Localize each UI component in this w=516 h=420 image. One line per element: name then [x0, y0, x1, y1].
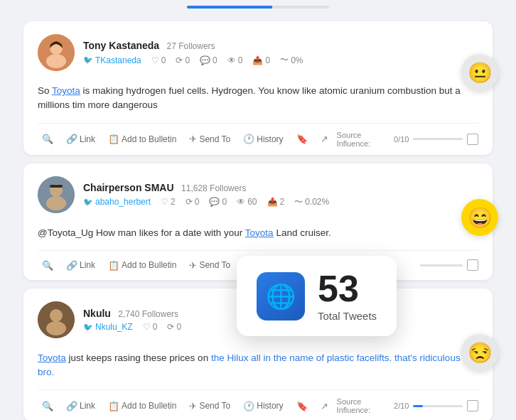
heart-icon-1: ♡ [151, 55, 159, 65]
svg-point-8 [50, 309, 63, 322]
heart-icon-2: ♡ [161, 197, 168, 207]
send-to-action-1[interactable]: ✈ Send To [185, 131, 235, 146]
link-icon-3: 🔗 [66, 401, 77, 411]
stats-row-3: ♡ 0 ⟳ 0 [143, 322, 181, 332]
eye-icon-1: 👁 [227, 55, 236, 65]
overlay-label: Total Tweets [318, 310, 377, 322]
influence-bar-fill-3 [413, 405, 423, 407]
keyword-toyota-1: Toyota [52, 85, 80, 96]
card-body-1: So Toyota is making hydrogen fuel cells.… [38, 78, 478, 123]
likes-stat-1: ♡ 0 [151, 55, 166, 65]
influence-stat-1: 〜 0% [280, 54, 303, 66]
retweet-stat-1: ⟳ 0 [176, 55, 190, 65]
user-name-1: Tony Kastaneda [83, 40, 159, 51]
twitter-icon-2: 🐦 [83, 198, 93, 207]
source-influence-2 [420, 259, 478, 271]
shares-stat-2: 📤 2 [267, 197, 285, 207]
comment-icon-2: 💬 [209, 197, 220, 207]
copy-icon-2[interactable] [467, 259, 478, 271]
sentiment-sad: 😒 [461, 334, 498, 371]
zoom-action-3[interactable]: 🔍 [38, 399, 58, 414]
user-name-3: Nkulu [83, 308, 111, 319]
link-icon-2: 🔗 [66, 260, 77, 271]
sentiment-happy: 😄 [461, 199, 498, 236]
followers-1: 27 Followers [167, 41, 215, 51]
svg-point-9 [46, 321, 66, 335]
top-progress-bar [187, 6, 329, 9]
more-action-3[interactable]: ↗ [316, 399, 333, 414]
followers-3: 2,740 Followers [118, 309, 178, 319]
handle-3: 🐦 Nkulu_KZ [83, 322, 133, 332]
comment-stat-1: 💬 0 [200, 55, 217, 65]
link-action-3[interactable]: 🔗 Link [62, 399, 100, 414]
retweet-icon-2: ⟳ [186, 197, 193, 207]
share-icon-1: 📤 [252, 55, 263, 65]
source-influence-1: Source Influence: 0/10 [337, 131, 478, 148]
add-to-bulletin-action-1[interactable]: 📋 Add to Bulletin [104, 131, 181, 146]
twitter-icon-3: 🐦 [83, 323, 93, 332]
history-icon-3: 🕐 [243, 401, 254, 411]
more-action-1[interactable]: ↗ [316, 131, 333, 146]
wave-icon-2: 〜 [294, 196, 303, 208]
handle-2: 🐦 abaho_herbert [83, 197, 151, 207]
influence-stat-2: 〜 0.02% [294, 196, 329, 208]
handle-1: 🐦 TKastaneda [83, 55, 141, 65]
zoom-icon-3: 🔍 [42, 401, 53, 411]
zoom-action-1[interactable]: 🔍 [38, 131, 58, 146]
avatar-2 [38, 176, 75, 213]
views-stat-1: 👁 0 [227, 55, 243, 65]
history-action-1[interactable]: 🕐 History [239, 131, 287, 146]
bookmark-action-3[interactable]: 🔖 [292, 399, 312, 414]
overlay-count: 53 [318, 270, 377, 307]
add-to-bulletin-action-3[interactable]: 📋 Add to Bulletin [104, 399, 181, 414]
influence-bar-bg-3 [413, 405, 463, 407]
body-link-3: the Hilux all in the name of plastic fac… [38, 352, 461, 377]
svg-point-5 [46, 196, 66, 210]
send-to-action-3[interactable]: ✈ Send To [185, 399, 235, 414]
link-action-2[interactable]: 🔗 Link [62, 258, 100, 273]
stats-row-1: ♡ 0 ⟳ 0 💬 0 � [151, 54, 303, 66]
bulletin-icon-1: 📋 [108, 134, 119, 144]
retweet-stat-3: ⟳ 0 [167, 322, 181, 332]
more-icon-3: ↗ [321, 401, 328, 411]
overlay-globe-icon: 🌐 [257, 272, 305, 321]
more-icon-1: ↗ [321, 134, 328, 144]
likes-stat-2: ♡ 2 [161, 197, 176, 207]
influence-bar-bg-2 [420, 264, 463, 266]
keyword-toyota-3: Toyota [38, 352, 66, 363]
avatar-3 [38, 301, 75, 338]
card-footer-3: 🔍 🔗 Link 📋 Add to Bulletin ✈ Send To 🕐 H… [38, 389, 478, 420]
history-icon-1: 🕐 [243, 134, 254, 144]
card-footer-1: 🔍 🔗 Link 📋 Add to Bulletin ✈ Send To 🕐 H… [38, 123, 478, 155]
comment-icon-1: 💬 [200, 55, 210, 65]
history-action-3[interactable]: 🕐 History [239, 399, 287, 414]
user-info-2: Chairperson SMAU 11,628 Followers 🐦 abah… [83, 181, 478, 208]
card-body-2: @Toyota_Ug How man likes for a date with… [38, 220, 478, 250]
total-tweets-overlay: 🌐 53 Total Tweets [237, 256, 397, 336]
bookmark-icon-3: 🔖 [296, 401, 308, 411]
add-to-bulletin-action-2[interactable]: 📋 Add to Bulletin [104, 258, 181, 273]
copy-icon-1[interactable] [467, 134, 478, 145]
send-icon-3: ✈ [189, 401, 197, 411]
twitter-icon-1: 🐦 [83, 55, 93, 65]
card-body-3: Toyota just keeps rasing these prices on… [38, 345, 478, 390]
send-icon-1: ✈ [189, 134, 197, 144]
copy-icon-3[interactable] [467, 400, 478, 411]
keyword-toyota-2: Toyota [245, 227, 274, 238]
wave-icon-1: 〜 [280, 54, 289, 66]
bookmark-icon-1: 🔖 [296, 134, 308, 144]
svg-rect-6 [50, 185, 63, 188]
user-info-1: Tony Kastaneda 27 Followers 🐦 TKastaneda… [83, 39, 478, 66]
bookmark-action-1[interactable]: 🔖 [292, 131, 312, 146]
overlay-content: 53 Total Tweets [318, 270, 377, 322]
source-influence-3: Source Influence: 2/10 [337, 397, 478, 414]
avatar-1 [38, 34, 75, 71]
eye-icon-2: 👁 [237, 197, 245, 207]
zoom-action-2[interactable]: 🔍 [38, 258, 58, 273]
feed-container: Tony Kastaneda 27 Followers 🐦 TKastaneda… [23, 14, 493, 420]
link-action-1[interactable]: 🔗 Link [62, 131, 100, 146]
link-icon-1: 🔗 [66, 134, 77, 144]
send-to-action-2[interactable]: ✈ Send To [185, 258, 235, 273]
sentiment-neutral: 😐 [461, 54, 498, 91]
send-icon-2: ✈ [189, 260, 197, 271]
